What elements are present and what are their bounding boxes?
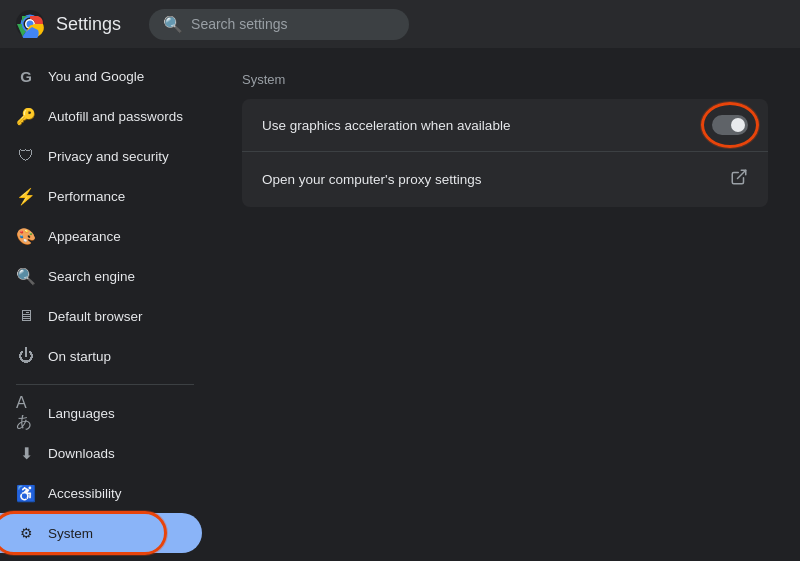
sidebar-item-label: System xyxy=(48,526,186,541)
sidebar-item-label: Appearance xyxy=(48,229,186,244)
sidebar-item-system[interactable]: ⚙ System xyxy=(0,513,202,553)
settings-card: Use graphics acceleration when available… xyxy=(242,99,768,207)
translate-icon: Aあ xyxy=(16,403,36,423)
gauge-icon: ⚡ xyxy=(16,186,36,206)
sidebar-item-label: Accessibility xyxy=(48,486,186,501)
main-content: System Use graphics acceleration when av… xyxy=(210,48,800,561)
sidebar: G You and Google 🔑 Autofill and password… xyxy=(0,48,210,561)
shield-icon: 🛡 xyxy=(16,146,36,166)
sidebar-item-performance[interactable]: ⚡ Performance xyxy=(0,176,202,216)
sidebar-item-label: Languages xyxy=(48,406,186,421)
section-title: System xyxy=(242,72,768,87)
accessibility-icon: ♿ xyxy=(16,483,36,503)
sidebar-item-label: Autofill and passwords xyxy=(48,109,186,124)
sidebar-item-label: Downloads xyxy=(48,446,186,461)
search-input[interactable] xyxy=(191,16,395,32)
graphics-row: Use graphics acceleration when available xyxy=(242,99,768,152)
sidebar-item-search-engine[interactable]: 🔍 Search engine xyxy=(0,256,202,296)
search-icon: 🔍 xyxy=(16,266,36,286)
svg-line-4 xyxy=(738,170,746,178)
sidebar-item-label: On startup xyxy=(48,349,186,364)
sidebar-item-autofill[interactable]: 🔑 Autofill and passwords xyxy=(0,96,202,136)
sidebar-item-appearance[interactable]: 🎨 Appearance xyxy=(0,216,202,256)
layout: G You and Google 🔑 Autofill and password… xyxy=(0,48,800,561)
proxy-row: Open your computer's proxy settings xyxy=(242,152,768,207)
sidebar-item-default-browser[interactable]: 🖥 Default browser xyxy=(0,296,202,336)
page-title: Settings xyxy=(56,14,121,35)
key-icon: 🔑 xyxy=(16,106,36,126)
graphics-toggle[interactable] xyxy=(712,115,748,135)
sidebar-item-label: Performance xyxy=(48,189,186,204)
toggle-thumb xyxy=(731,118,745,132)
sidebar-item-label: Privacy and security xyxy=(48,149,186,164)
sidebar-item-reset[interactable]: ↺ Reset settings xyxy=(0,553,202,561)
power-icon: ⏻ xyxy=(16,346,36,366)
sidebar-item-label: You and Google xyxy=(48,69,186,84)
header: Settings 🔍 xyxy=(0,0,800,48)
sidebar-item-you-and-google[interactable]: G You and Google xyxy=(0,56,202,96)
search-icon: 🔍 xyxy=(163,15,183,34)
download-icon: ⬇ xyxy=(16,443,36,463)
search-bar[interactable]: 🔍 xyxy=(149,9,409,40)
chrome-logo xyxy=(16,10,44,38)
toggle-wrapper xyxy=(712,115,748,135)
sidebar-item-label: Default browser xyxy=(48,309,186,324)
google-icon: G xyxy=(16,66,36,86)
proxy-external-link-icon[interactable] xyxy=(730,168,748,191)
brush-icon: 🎨 xyxy=(16,226,36,246)
sidebar-item-label: Search engine xyxy=(48,269,186,284)
sidebar-item-privacy[interactable]: 🛡 Privacy and security xyxy=(0,136,202,176)
system-icon: ⚙ xyxy=(16,523,36,543)
sidebar-item-languages[interactable]: Aあ Languages xyxy=(0,393,202,433)
sidebar-item-on-startup[interactable]: ⏻ On startup xyxy=(0,336,202,376)
browser-icon: 🖥 xyxy=(16,306,36,326)
graphics-label: Use graphics acceleration when available xyxy=(262,118,510,133)
proxy-label: Open your computer's proxy settings xyxy=(262,172,481,187)
divider xyxy=(16,384,194,385)
sidebar-item-downloads[interactable]: ⬇ Downloads xyxy=(0,433,202,473)
sidebar-item-accessibility[interactable]: ♿ Accessibility xyxy=(0,473,202,513)
